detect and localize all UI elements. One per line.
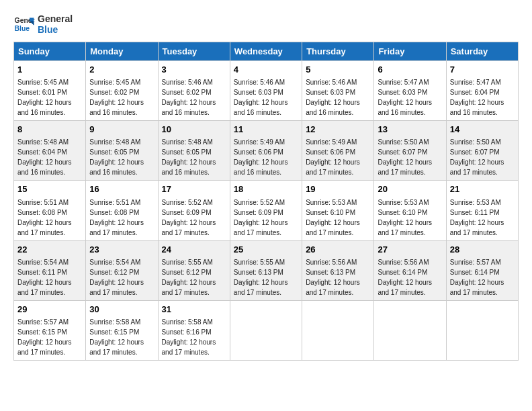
cell-daylight: Daylight: 12 hours and 17 minutes. bbox=[450, 219, 504, 236]
calendar-cell: 25 Sunrise: 5:55 AM Sunset: 6:13 PM Dayl… bbox=[230, 240, 302, 300]
cell-sunrise: Sunrise: 5:55 AM bbox=[162, 259, 213, 266]
cell-sunset: Sunset: 6:03 PM bbox=[234, 89, 283, 96]
calendar-cell: 29 Sunrise: 5:57 AM Sunset: 6:15 PM Dayl… bbox=[14, 300, 86, 360]
cell-sunrise: Sunrise: 5:46 AM bbox=[162, 79, 213, 86]
cell-daylight: Daylight: 12 hours and 16 minutes. bbox=[234, 158, 288, 176]
day-number: 21 bbox=[450, 183, 515, 195]
cell-daylight: Daylight: 12 hours and 16 minutes. bbox=[162, 99, 216, 116]
cell-sunset: Sunset: 6:16 PM bbox=[162, 328, 212, 336]
calendar-cell: 21 Sunrise: 5:53 AM Sunset: 6:11 PM Dayl… bbox=[446, 181, 518, 240]
cell-sunset: Sunset: 6:09 PM bbox=[234, 209, 283, 216]
cell-daylight: Daylight: 12 hours and 17 minutes. bbox=[162, 338, 216, 356]
calendar-cell: 20 Sunrise: 5:53 AM Sunset: 6:10 PM Dayl… bbox=[374, 181, 446, 240]
cell-daylight: Daylight: 12 hours and 17 minutes. bbox=[378, 279, 432, 296]
day-number: 6 bbox=[378, 64, 442, 76]
logo: General Blue General Blue bbox=[13, 13, 73, 35]
cell-daylight: Daylight: 12 hours and 16 minutes. bbox=[17, 158, 72, 176]
cell-sunset: Sunset: 6:11 PM bbox=[450, 209, 500, 216]
cell-daylight: Daylight: 12 hours and 16 minutes. bbox=[306, 99, 360, 116]
cell-sunrise: Sunrise: 5:52 AM bbox=[234, 199, 285, 206]
day-number: 22 bbox=[17, 244, 82, 256]
cell-sunrise: Sunrise: 5:52 AM bbox=[162, 199, 213, 206]
logo-icon: General Blue bbox=[13, 13, 35, 35]
day-number: 13 bbox=[378, 124, 442, 136]
cell-daylight: Daylight: 12 hours and 16 minutes. bbox=[89, 99, 144, 116]
day-number: 3 bbox=[162, 64, 226, 76]
cell-sunrise: Sunrise: 5:58 AM bbox=[89, 318, 140, 326]
cell-sunrise: Sunrise: 5:51 AM bbox=[89, 199, 140, 206]
cell-daylight: Daylight: 12 hours and 17 minutes. bbox=[378, 219, 432, 236]
cell-sunset: Sunset: 6:12 PM bbox=[162, 269, 212, 276]
calendar-cell: 26 Sunrise: 5:56 AM Sunset: 6:13 PM Dayl… bbox=[302, 240, 374, 300]
day-number: 4 bbox=[234, 64, 298, 76]
cell-sunrise: Sunrise: 5:51 AM bbox=[17, 199, 69, 206]
cell-daylight: Daylight: 12 hours and 17 minutes. bbox=[89, 338, 144, 356]
day-number: 28 bbox=[450, 244, 515, 256]
header-row: SundayMondayTuesdayWednesdayThursdayFrid… bbox=[14, 42, 519, 61]
calendar-table: SundayMondayTuesdayWednesdayThursdayFrid… bbox=[13, 42, 519, 361]
cell-sunset: Sunset: 6:05 PM bbox=[162, 148, 212, 156]
cell-sunrise: Sunrise: 5:57 AM bbox=[450, 259, 501, 266]
cell-sunrise: Sunrise: 5:56 AM bbox=[378, 259, 429, 266]
calendar-cell: 4 Sunrise: 5:46 AM Sunset: 6:03 PM Dayli… bbox=[230, 61, 302, 121]
cell-sunset: Sunset: 6:03 PM bbox=[378, 89, 427, 96]
calendar-cell: 14 Sunrise: 5:50 AM Sunset: 6:07 PM Dayl… bbox=[446, 121, 518, 181]
calendar-cell: 19 Sunrise: 5:53 AM Sunset: 6:10 PM Dayl… bbox=[302, 181, 374, 240]
cell-sunset: Sunset: 6:14 PM bbox=[450, 269, 500, 276]
cell-sunrise: Sunrise: 5:47 AM bbox=[378, 79, 429, 86]
cell-daylight: Daylight: 12 hours and 17 minutes. bbox=[89, 279, 144, 296]
calendar-cell: 2 Sunrise: 5:45 AM Sunset: 6:02 PM Dayli… bbox=[86, 61, 158, 121]
day-number: 16 bbox=[89, 183, 154, 195]
col-header-thursday: Thursday bbox=[302, 42, 374, 61]
calendar-cell bbox=[230, 300, 302, 360]
cell-daylight: Daylight: 12 hours and 16 minutes. bbox=[89, 158, 144, 176]
col-header-wednesday: Wednesday bbox=[230, 42, 302, 61]
day-number: 29 bbox=[17, 304, 82, 316]
day-number: 31 bbox=[162, 304, 226, 316]
cell-daylight: Daylight: 12 hours and 16 minutes. bbox=[162, 158, 216, 176]
day-number: 25 bbox=[234, 244, 298, 256]
svg-text:Blue: Blue bbox=[15, 25, 30, 32]
day-number: 19 bbox=[306, 183, 370, 195]
cell-sunrise: Sunrise: 5:58 AM bbox=[162, 318, 213, 326]
cell-daylight: Daylight: 12 hours and 17 minutes. bbox=[306, 158, 360, 176]
calendar-cell: 24 Sunrise: 5:55 AM Sunset: 6:12 PM Dayl… bbox=[158, 240, 230, 300]
calendar-cell bbox=[446, 300, 518, 360]
cell-sunrise: Sunrise: 5:48 AM bbox=[162, 138, 213, 146]
day-number: 2 bbox=[89, 64, 154, 76]
cell-sunset: Sunset: 6:07 PM bbox=[378, 148, 427, 156]
cell-sunrise: Sunrise: 5:53 AM bbox=[378, 199, 429, 206]
cell-sunset: Sunset: 6:06 PM bbox=[306, 148, 355, 156]
cell-sunrise: Sunrise: 5:46 AM bbox=[234, 79, 285, 86]
cell-sunset: Sunset: 6:03 PM bbox=[306, 89, 355, 96]
cell-daylight: Daylight: 12 hours and 17 minutes. bbox=[234, 279, 288, 296]
calendar-cell: 17 Sunrise: 5:52 AM Sunset: 6:09 PM Dayl… bbox=[158, 181, 230, 240]
cell-sunset: Sunset: 6:02 PM bbox=[162, 89, 212, 96]
col-header-saturday: Saturday bbox=[446, 42, 518, 61]
calendar-cell: 1 Sunrise: 5:45 AM Sunset: 6:01 PM Dayli… bbox=[14, 61, 86, 121]
calendar-cell: 5 Sunrise: 5:46 AM Sunset: 6:03 PM Dayli… bbox=[302, 61, 374, 121]
calendar-cell bbox=[374, 300, 446, 360]
calendar-cell: 16 Sunrise: 5:51 AM Sunset: 6:08 PM Dayl… bbox=[86, 181, 158, 240]
cell-sunset: Sunset: 6:01 PM bbox=[17, 89, 67, 96]
day-number: 1 bbox=[17, 64, 82, 76]
cell-sunset: Sunset: 6:04 PM bbox=[450, 89, 500, 96]
calendar-cell: 10 Sunrise: 5:48 AM Sunset: 6:05 PM Dayl… bbox=[158, 121, 230, 181]
day-number: 12 bbox=[306, 124, 370, 136]
cell-sunset: Sunset: 6:10 PM bbox=[378, 209, 427, 216]
day-number: 18 bbox=[234, 183, 298, 195]
col-header-sunday: Sunday bbox=[14, 42, 86, 61]
col-header-tuesday: Tuesday bbox=[158, 42, 230, 61]
cell-sunset: Sunset: 6:13 PM bbox=[234, 269, 283, 276]
cell-sunset: Sunset: 6:08 PM bbox=[17, 209, 67, 216]
logo-blue: Blue bbox=[38, 24, 73, 35]
cell-daylight: Daylight: 12 hours and 17 minutes. bbox=[17, 219, 72, 236]
day-number: 17 bbox=[162, 183, 226, 195]
day-number: 26 bbox=[306, 244, 370, 256]
cell-sunrise: Sunrise: 5:47 AM bbox=[450, 79, 501, 86]
cell-daylight: Daylight: 12 hours and 17 minutes. bbox=[450, 279, 504, 296]
col-header-friday: Friday bbox=[374, 42, 446, 61]
day-number: 10 bbox=[162, 124, 226, 136]
cell-daylight: Daylight: 12 hours and 16 minutes. bbox=[17, 99, 72, 116]
calendar-cell: 11 Sunrise: 5:49 AM Sunset: 6:06 PM Dayl… bbox=[230, 121, 302, 181]
